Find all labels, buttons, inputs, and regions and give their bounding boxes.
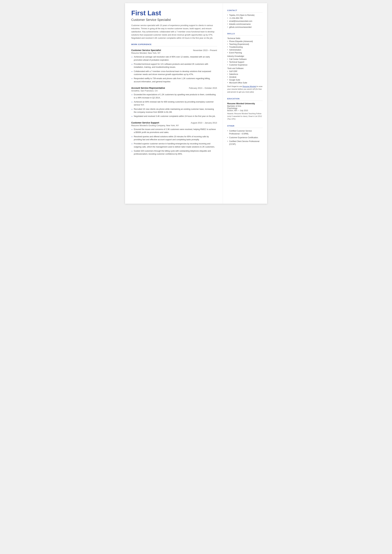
resume-container: First Last Customer Service Specialist C… — [125, 3, 267, 204]
job-title-3: Customer Service Support — [131, 121, 159, 124]
other-heading: OTHER — [227, 125, 263, 128]
skill-0-3: Administration — [227, 49, 263, 51]
job-title-1: Customer Service Specialist — [131, 49, 161, 51]
summary-text: Customer service specialist with 10 year… — [131, 24, 217, 40]
contact-heading: CONTACT — [227, 9, 263, 13]
left-column: First Last Customer Service Specialist C… — [125, 3, 223, 204]
skills-section: SKILLS Technical Skills: Phone Etiquette… — [227, 33, 263, 93]
bullet-2-4: Negotiated and resolved 3.4K customer co… — [131, 115, 217, 118]
job-header-2: Account Service Representative February … — [131, 87, 217, 89]
job-block-3: Customer Service Support August 2010 – J… — [131, 121, 217, 156]
bullet-2-1: Exceeded the expectations of 1.2K custom… — [131, 93, 217, 99]
job-company-2: Growthsi, San Francisco, CA — [131, 90, 217, 92]
skills-list-1: Call Center Software Technical Support C… — [227, 58, 263, 66]
skill-2-0: SAP ERP — [227, 70, 263, 72]
skill-0-2: Troubleshooting — [227, 46, 263, 48]
edu-location: Boston, MA — July 2010 — [227, 109, 263, 112]
right-column: CONTACT Topeka, KS (Open to Remote) +1-2… — [223, 3, 267, 204]
education-heading: EDUCATION — [227, 98, 263, 101]
bullet-1-2: Provided technical support for 121 softw… — [131, 63, 217, 69]
note-prefix: Don't forget to use — [227, 85, 243, 87]
job-title: Customer Service Specialist — [131, 18, 217, 22]
skill-0-0: Phone Etiquette (Advanced) — [227, 40, 263, 42]
other-item-0: Certified Customer Service Professional … — [227, 129, 263, 135]
other-list: Certified Customer Service Professional … — [227, 129, 263, 146]
skills-note: Don't forget to use Resume Worded to sca… — [227, 85, 263, 93]
job-bullets-2: Exceeded the expectations of 1.2K custom… — [131, 93, 217, 118]
contact-item-2: email@resumeworded.com — [227, 20, 263, 22]
job-dates-1: November 2015 – Present — [193, 49, 217, 51]
work-experience-heading: WORK EXPERIENCE — [131, 43, 217, 46]
skill-1-0: Call Center Software — [227, 58, 263, 60]
job-header-1: Customer Service Specialist November 201… — [131, 49, 217, 51]
skills-list-0: Phone Etiquette (Advanced) Teaching (Exp… — [227, 40, 263, 54]
bullet-3-1: Ensured the issues and concerns of 2.3K … — [131, 128, 217, 134]
job-header-3: Customer Service Support August 2010 – J… — [131, 121, 217, 124]
candidate-name: First Last — [131, 9, 217, 17]
bullet-3-2: Resolved queries and offered solutions w… — [131, 135, 217, 141]
bullet-1-3: Collaborated with a 7-member cross-funct… — [131, 70, 217, 76]
skill-2-2: Zendesk — [227, 76, 263, 78]
skills-heading: SKILLS — [227, 33, 263, 36]
contact-section: CONTACT Topeka, KS (Open to Remote) +1-2… — [227, 9, 263, 28]
edu-degree: Bachelor of Arts — [227, 105, 263, 107]
edu-school: Resume Worded University — [227, 102, 263, 105]
bullet-3-3: Provided superior customer service in ha… — [131, 142, 217, 148]
edu-field: Psychology — [227, 107, 263, 109]
job-dates-2: February 2013 – October 2015 — [189, 87, 217, 89]
skill-0-4: Event Planning — [227, 52, 263, 54]
skills-cat-2: Tools and Software: — [227, 67, 263, 70]
other-section: OTHER Certified Customer Service Profess… — [227, 125, 263, 146]
skill-1-1: Technical Support — [227, 61, 263, 63]
contact-item-0: Topeka, KS (Open to Remote) — [227, 14, 263, 16]
skills-cat-1: Industry Knowledge: — [227, 55, 263, 57]
bullet-1-1: Achieved an average call resolution rate… — [131, 56, 217, 62]
skills-list-2: SAP ERP Salesforce Zendesk Google Suite … — [227, 70, 263, 84]
resume-worded-link[interactable]: Resume Worded — [243, 85, 256, 87]
bullet-2-2: Achieved an 84% renewal rate for 800 exi… — [131, 100, 217, 107]
job-title-2: Account Service Representative — [131, 87, 165, 89]
skills-cat-0: Technical Skills: — [227, 37, 263, 40]
other-item-1: Customer Experience Certification. — [227, 136, 263, 139]
job-bullets-3: Ensured the issues and concerns of 2.3K … — [131, 128, 217, 156]
contact-item-4: github.com/resumeworded — [227, 26, 263, 28]
bullet-1-4: Responded swiftly to 739 emails and phon… — [131, 77, 217, 83]
job-block-1: Customer Service Specialist November 201… — [131, 49, 217, 83]
skill-2-4: Microsoft Office Suite — [227, 82, 263, 84]
skill-1-2: Customer Experience — [227, 64, 263, 66]
job-company-3: Resume Worded's Exciting Company, New Yo… — [131, 124, 217, 127]
job-bullets-1: Achieved an average call resolution rate… — [131, 56, 217, 83]
contact-item-3: linkedin.com/in/username — [227, 23, 263, 25]
contact-item-1: +1-234-456-789 — [227, 17, 263, 19]
job-company-1: Resume Worded, New York, NY — [131, 52, 217, 54]
skill-2-3: Google Suite — [227, 79, 263, 81]
other-item-2: Certified Client Service Professional (C… — [227, 140, 263, 146]
skill-0-1: Teaching (Experienced) — [227, 43, 263, 45]
contact-list: Topeka, KS (Open to Remote) +1-234-456-7… — [227, 14, 263, 28]
skill-2-1: Salesforce — [227, 73, 263, 75]
bullet-3-4: Guided 320 customers through the billing… — [131, 150, 217, 156]
education-section: EDUCATION Resume Worded University Bache… — [227, 98, 263, 120]
job-block-2: Account Service Representative February … — [131, 87, 217, 118]
bullet-2-3: Recruited 1K new clients via phone while… — [131, 108, 217, 114]
job-dates-3: August 2010 – January 2013 — [191, 122, 217, 124]
edu-awards: Awards: Resume Worded Teaching Fellow (o… — [227, 112, 263, 120]
